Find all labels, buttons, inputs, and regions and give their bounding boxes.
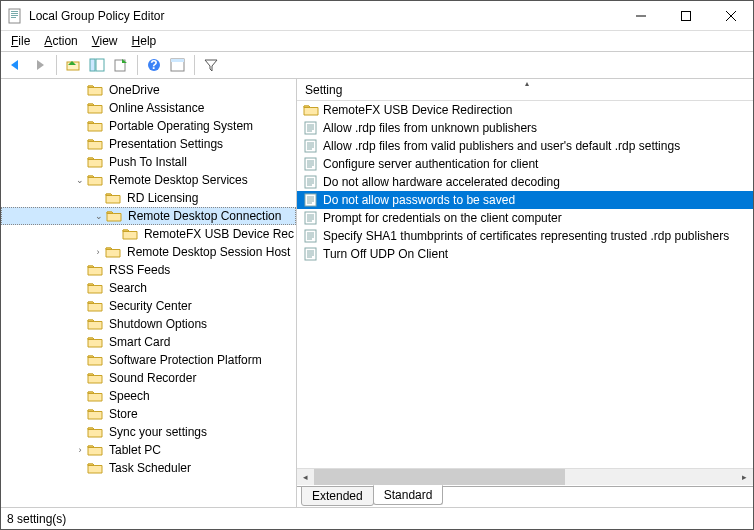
expander-icon[interactable] <box>73 101 87 115</box>
expander-icon[interactable]: › <box>91 245 105 259</box>
help-button[interactable]: ? <box>143 54 165 76</box>
expander-icon[interactable] <box>73 317 87 331</box>
scroll-left-button[interactable]: ◂ <box>297 469 314 485</box>
list-item[interactable]: RemoteFX USB Device Redirection <box>297 101 753 119</box>
status-text: 8 setting(s) <box>7 512 66 526</box>
scroll-right-button[interactable]: ▸ <box>736 469 753 485</box>
expander-icon[interactable] <box>73 371 87 385</box>
tree-item[interactable]: Portable Operating System <box>1 117 296 135</box>
tree-item[interactable]: Store <box>1 405 296 423</box>
tree-item-label: Portable Operating System <box>107 119 255 133</box>
tree-item[interactable]: RD Licensing <box>1 189 296 207</box>
expander-icon[interactable] <box>73 389 87 403</box>
expander-icon[interactable] <box>73 407 87 421</box>
expander-icon[interactable] <box>73 461 87 475</box>
tree-item[interactable]: Push To Install <box>1 153 296 171</box>
menu-file[interactable]: File <box>5 32 36 50</box>
up-button[interactable] <box>62 54 84 76</box>
tree-item[interactable]: Security Center <box>1 297 296 315</box>
folder-icon <box>87 263 103 277</box>
expander-icon[interactable] <box>73 353 87 367</box>
tree-item[interactable]: ⌄Remote Desktop Services <box>1 171 296 189</box>
tree-item[interactable]: ›Remote Desktop Session Host <box>1 243 296 261</box>
svg-rect-16 <box>171 59 184 62</box>
tree-pane[interactable]: OneDriveOnline AssistancePortable Operat… <box>1 79 297 507</box>
list-header-setting[interactable]: Setting ▴ <box>297 79 753 101</box>
properties-button[interactable] <box>167 54 189 76</box>
tree-item-label: Remote Desktop Session Host <box>125 245 292 259</box>
tree-item[interactable]: RemoteFX USB Device Rec <box>1 225 296 243</box>
forward-button[interactable] <box>29 54 51 76</box>
show-hide-tree-button[interactable] <box>86 54 108 76</box>
folder-icon <box>87 155 103 169</box>
expander-icon[interactable] <box>91 191 105 205</box>
expander-icon[interactable] <box>73 335 87 349</box>
tree-item[interactable]: RSS Feeds <box>1 261 296 279</box>
expander-icon[interactable]: › <box>73 443 87 457</box>
tree-item[interactable]: ›Tablet PC <box>1 441 296 459</box>
expander-icon[interactable] <box>73 281 87 295</box>
tree-item-label: Search <box>107 281 149 295</box>
expander-icon[interactable] <box>73 83 87 97</box>
maximize-button[interactable] <box>663 1 708 30</box>
menu-help[interactable]: Help <box>126 32 163 50</box>
folder-icon <box>87 119 103 133</box>
expander-icon[interactable] <box>108 227 122 241</box>
tree-item[interactable]: Software Protection Platform <box>1 351 296 369</box>
svg-rect-22 <box>305 140 316 152</box>
tree-item[interactable]: ⌄Remote Desktop Connection <box>1 207 296 225</box>
tab-standard[interactable]: Standard <box>373 485 444 505</box>
tree-item[interactable]: Speech <box>1 387 296 405</box>
tree-item-label: Security Center <box>107 299 194 313</box>
expander-icon[interactable]: ⌄ <box>92 209 106 223</box>
tree-item[interactable]: OneDrive <box>1 81 296 99</box>
folder-tree: OneDriveOnline AssistancePortable Operat… <box>1 79 296 479</box>
list-item[interactable]: Do not allow passwords to be saved <box>297 191 753 209</box>
folder-icon <box>87 443 103 457</box>
list-item[interactable]: Specify SHA1 thumbprints of certificates… <box>297 227 753 245</box>
menu-view[interactable]: View <box>86 32 124 50</box>
close-button[interactable] <box>708 1 753 30</box>
tree-item-label: Task Scheduler <box>107 461 193 475</box>
settings-list[interactable]: RemoteFX USB Device RedirectionAllow .rd… <box>297 101 753 468</box>
svg-rect-52 <box>305 248 316 260</box>
expander-icon[interactable] <box>73 155 87 169</box>
list-item[interactable]: Prompt for credentials on the client com… <box>297 209 753 227</box>
list-item[interactable]: Configure server authentication for clie… <box>297 155 753 173</box>
horizontal-scrollbar[interactable]: ◂ ▸ <box>297 468 753 485</box>
svg-rect-1 <box>11 11 18 12</box>
tree-item[interactable]: Search <box>1 279 296 297</box>
list-item[interactable]: Turn Off UDP On Client <box>297 245 753 263</box>
expander-icon[interactable] <box>73 299 87 313</box>
export-list-button[interactable] <box>110 54 132 76</box>
tree-item[interactable]: Smart Card <box>1 333 296 351</box>
folder-icon <box>105 245 121 259</box>
svg-rect-27 <box>305 158 316 170</box>
folder-icon <box>87 137 103 151</box>
column-header-label: Setting <box>305 83 342 97</box>
scroll-thumb[interactable] <box>314 469 565 485</box>
tree-item[interactable]: Sound Recorder <box>1 369 296 387</box>
list-item[interactable]: Allow .rdp files from valid publishers a… <box>297 137 753 155</box>
tree-item[interactable]: Online Assistance <box>1 99 296 117</box>
expander-icon[interactable] <box>73 119 87 133</box>
minimize-button[interactable] <box>618 1 663 30</box>
folder-icon <box>87 83 103 97</box>
tab-extended[interactable]: Extended <box>301 486 374 506</box>
tree-item[interactable]: Sync your settings <box>1 423 296 441</box>
expander-icon[interactable] <box>73 263 87 277</box>
filter-button[interactable] <box>200 54 222 76</box>
expander-icon[interactable]: ⌄ <box>73 173 87 187</box>
tree-item-label: RD Licensing <box>125 191 200 205</box>
folder-icon <box>87 317 103 331</box>
expander-icon[interactable] <box>73 137 87 151</box>
tree-item[interactable]: Shutdown Options <box>1 315 296 333</box>
list-item[interactable]: Do not allow hardware accelerated decodi… <box>297 173 753 191</box>
back-button[interactable] <box>5 54 27 76</box>
expander-icon[interactable] <box>73 425 87 439</box>
tree-item[interactable]: Presentation Settings <box>1 135 296 153</box>
list-item[interactable]: Allow .rdp files from unknown publishers <box>297 119 753 137</box>
menu-action[interactable]: Action <box>38 32 83 50</box>
window-title: Local Group Policy Editor <box>29 9 618 23</box>
tree-item[interactable]: Task Scheduler <box>1 459 296 477</box>
